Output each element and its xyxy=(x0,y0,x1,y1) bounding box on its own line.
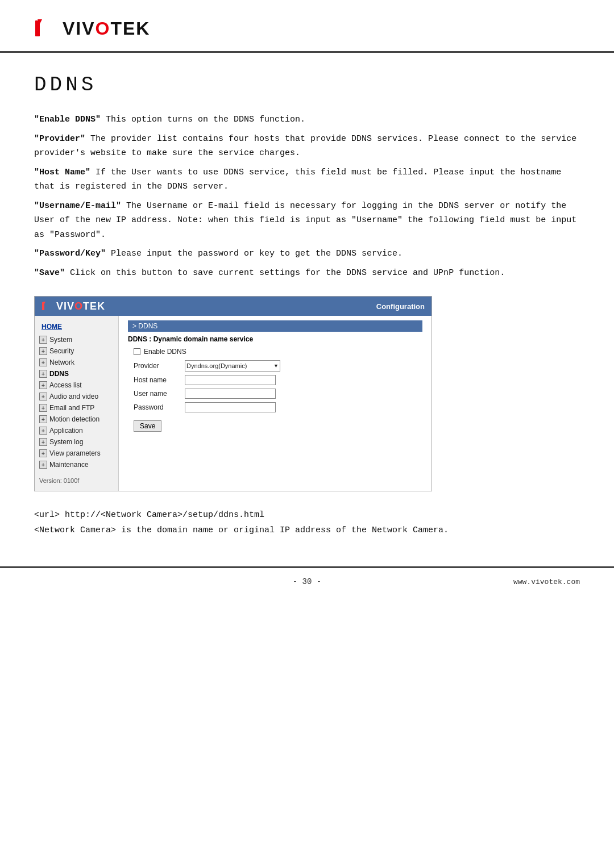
ui-header: VIVOTEK Configuration xyxy=(35,297,432,316)
enable-ddns-row: Enable DDNS xyxy=(134,348,422,356)
password-input[interactable] xyxy=(185,402,276,412)
sidebar-label-ddns: DDNS xyxy=(49,370,69,378)
expand-icon-security: + xyxy=(39,347,47,355)
sidebar-item-network[interactable]: + Network xyxy=(35,357,118,368)
main-content: DDNS "Enable DDNS" This option turns on … xyxy=(0,53,614,555)
desc-save: "Save" Click on this button to save curr… xyxy=(34,266,580,281)
ui-body: HOME + System + Security + Network + DDN… xyxy=(35,316,432,491)
logo-text: VIVOTEK xyxy=(63,18,150,39)
sidebar-item-application[interactable]: + Application xyxy=(35,425,118,436)
ui-sidebar: HOME + System + Security + Network + DDN… xyxy=(35,316,119,491)
password-row: Password xyxy=(134,402,422,412)
desc-provider: "Provider" The provider list contains fo… xyxy=(34,132,580,161)
expand-icon-view-params: + xyxy=(39,449,47,457)
enable-ddns-checkbox[interactable] xyxy=(134,348,140,355)
url-line1: <url> http://<Network Camera>/setup/ddns… xyxy=(34,507,580,523)
sidebar-item-maintenance[interactable]: + Maintenance xyxy=(35,459,118,470)
sidebar-label-access-list: Access list xyxy=(49,381,82,389)
provider-label: Provider xyxy=(134,362,185,370)
page-title: DDNS xyxy=(34,73,580,97)
ui-logo: VIVOTEK xyxy=(42,300,105,312)
sidebar-label-audio-video: Audio and video xyxy=(49,393,98,400)
sidebar-label-email-ftp: Email and FTP xyxy=(49,404,94,412)
sidebar-item-view-parameters[interactable]: + View parameters xyxy=(35,448,118,459)
expand-icon-access-list: + xyxy=(39,381,47,389)
ui-logo-icon xyxy=(42,300,54,312)
vivotek-logo-icon xyxy=(34,16,59,41)
user-name-input[interactable] xyxy=(185,389,276,399)
url-section: <url> http://<Network Camera>/setup/ddns… xyxy=(34,507,580,538)
sidebar-label-view-params: View parameters xyxy=(49,449,101,457)
website-url: www.vivotek.com xyxy=(513,578,580,586)
dropdown-arrow: ▼ xyxy=(273,363,279,369)
desc-host-name: "Host Name" If the User wants to use DDN… xyxy=(34,165,580,194)
ui-config-label: Configuration xyxy=(376,302,425,311)
expand-icon-network: + xyxy=(39,358,47,366)
desc-password: "Password/Key" Please input the password… xyxy=(34,247,580,261)
expand-icon-email-ftp: + xyxy=(39,404,47,412)
save-button[interactable]: Save xyxy=(134,420,161,432)
host-name-row: Host name xyxy=(134,375,422,385)
ddns-form: Enable DDNS Provider Dyndns.org(Dynamic)… xyxy=(134,348,422,432)
expand-icon-ddns: + xyxy=(39,370,47,378)
provider-value: Dyndns.org(Dynamic) xyxy=(186,362,247,369)
sidebar-item-security[interactable]: + Security xyxy=(35,345,118,357)
expand-icon-motion: + xyxy=(39,415,47,423)
sidebar-label-system: System xyxy=(49,336,72,344)
password-label: Password xyxy=(134,403,185,411)
sidebar-item-access-list[interactable]: + Access list xyxy=(35,379,118,391)
user-name-label: User name xyxy=(134,390,185,398)
expand-icon-system: + xyxy=(39,336,47,344)
svg-rect-0 xyxy=(35,20,40,36)
sidebar-label-application: Application xyxy=(49,427,83,435)
expand-icon-system-log: + xyxy=(39,438,47,446)
sidebar-item-system[interactable]: + System xyxy=(35,334,118,345)
provider-row: Provider Dyndns.org(Dynamic) ▼ xyxy=(134,360,422,372)
sidebar-item-ddns[interactable]: + DDNS xyxy=(35,368,118,379)
host-name-input[interactable] xyxy=(185,375,276,385)
expand-icon-application: + xyxy=(39,427,47,435)
page-number: - 30 - xyxy=(293,577,321,586)
url-line2: <Network Camera> is the domain name or o… xyxy=(34,523,580,538)
host-name-label: Host name xyxy=(134,376,185,384)
ui-main-panel: > DDNS DDNS : Dynamic domain name servic… xyxy=(119,316,432,491)
sidebar-item-system-log[interactable]: + System log xyxy=(35,436,118,448)
desc-enable-ddns: "Enable DDNS" This option turns on the D… xyxy=(34,112,580,127)
ui-logo-text: VIVOTEK xyxy=(56,301,105,312)
expand-icon-audio-video: + xyxy=(39,393,47,400)
sidebar-label-system-log: System log xyxy=(49,438,83,446)
user-name-row: User name xyxy=(134,389,422,399)
sidebar-label-maintenance: Maintenance xyxy=(49,461,89,469)
logo-container: VIVOTEK xyxy=(34,16,580,41)
page-header: VIVOTEK xyxy=(0,0,614,53)
sidebar-item-audio-video[interactable]: + Audio and video xyxy=(35,391,118,402)
panel-title: DDNS : Dynamic domain name service xyxy=(128,335,422,343)
sidebar-label-security: Security xyxy=(49,347,74,355)
expand-icon-maintenance: + xyxy=(39,461,47,469)
sidebar-version: Version: 0100f xyxy=(35,470,118,486)
desc-username: "Username/E-mail" The Username or E-mail… xyxy=(34,199,580,243)
sidebar-item-email-ftp[interactable]: + Email and FTP xyxy=(35,402,118,414)
breadcrumb: > DDNS xyxy=(128,320,422,332)
page-footer: - 30 - www.vivotek.com xyxy=(0,566,614,595)
sidebar-item-motion-detection[interactable]: + Motion detection xyxy=(35,414,118,425)
ui-screenshot-box: VIVOTEK Configuration HOME + System + Se… xyxy=(34,296,432,491)
sidebar-label-motion: Motion detection xyxy=(49,415,99,423)
svg-rect-2 xyxy=(42,302,44,310)
sidebar-home-link[interactable]: HOME xyxy=(35,320,118,334)
sidebar-label-network: Network xyxy=(49,358,74,366)
enable-ddns-label: Enable DDNS xyxy=(144,348,186,356)
provider-select[interactable]: Dyndns.org(Dynamic) ▼ xyxy=(185,360,280,372)
